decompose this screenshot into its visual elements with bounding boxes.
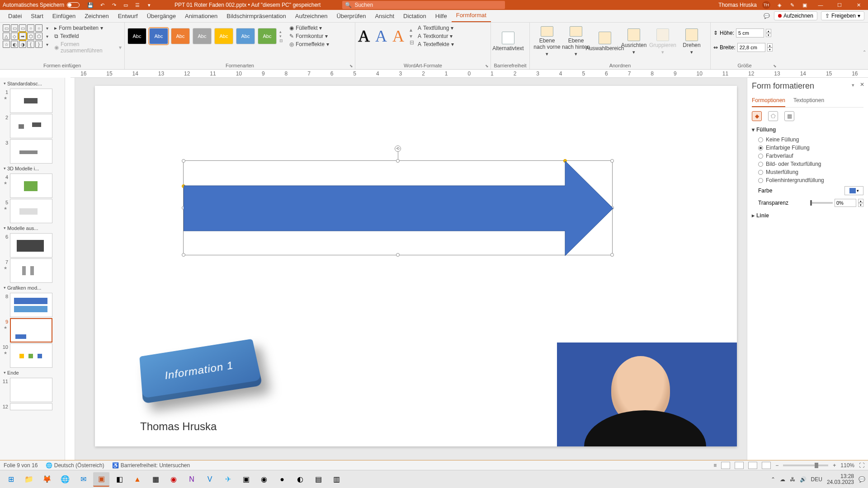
line-section-header[interactable]: ▸ Linie bbox=[752, 212, 863, 219]
reading-view-button[interactable] bbox=[748, 462, 757, 469]
fill-none-radio[interactable]: Keine Füllung bbox=[752, 136, 863, 144]
slide-thumb-9[interactable] bbox=[10, 318, 52, 343]
width-input[interactable] bbox=[737, 43, 765, 52]
textbox-button[interactable]: ⧉ Textfeld bbox=[54, 33, 122, 40]
document-title[interactable]: PPT 01 Roter Faden 002.pptx • Auf "diese… bbox=[175, 2, 321, 8]
telegram-icon[interactable]: ✈ bbox=[220, 472, 236, 487]
fill-color-button[interactable]: ▾ bbox=[844, 186, 863, 195]
record-button[interactable]: Aufzeichnen bbox=[774, 11, 817, 20]
size-launcher[interactable]: ⬊ bbox=[773, 64, 777, 68]
pane-options-icon[interactable]: ▾ bbox=[852, 82, 854, 88]
obs-icon[interactable]: ◉ bbox=[256, 472, 272, 487]
shape-styles-launcher[interactable]: ⬊ bbox=[349, 64, 353, 68]
shape-outline-button[interactable]: ✎ Formkontur ▾ bbox=[289, 33, 329, 40]
powerpoint-icon[interactable]: ▣ bbox=[93, 472, 109, 487]
style-black[interactable]: Abc bbox=[127, 28, 146, 44]
vlc-icon[interactable]: ▲ bbox=[129, 472, 146, 487]
tab-hilfe[interactable]: Hilfe bbox=[431, 10, 452, 22]
close-button[interactable]: ✕ bbox=[852, 1, 865, 9]
fill-picture-radio[interactable]: Bild- oder Texturfüllung bbox=[752, 160, 863, 168]
slide-thumb-2[interactable] bbox=[10, 114, 52, 138]
section-header[interactable]: Modelle aus... bbox=[2, 224, 65, 232]
width-spinner[interactable]: ▴▾ bbox=[767, 43, 773, 52]
outlook-icon[interactable]: ✉ bbox=[75, 472, 91, 487]
arrow-shape-selected[interactable]: ➡ bbox=[19, 33, 26, 40]
align-button[interactable]: Ausrichten ▾ bbox=[619, 24, 648, 57]
tab-aufzeichnen[interactable]: Aufzeichnen bbox=[291, 10, 332, 22]
selection-pane-button[interactable]: Auswahlbereich bbox=[590, 24, 619, 57]
wordart-gallery[interactable]: A A A ▴▾⊟ bbox=[358, 27, 414, 46]
autosave-toggle[interactable] bbox=[67, 2, 80, 8]
file-explorer-icon[interactable]: 📁 bbox=[21, 472, 37, 487]
zoom-out-button[interactable]: − bbox=[775, 462, 778, 469]
shape-selection-box[interactable]: ⟲ bbox=[183, 160, 613, 255]
comments-icon[interactable]: 💬 bbox=[763, 12, 770, 19]
alt-text-button[interactable]: Alternativtext bbox=[494, 24, 523, 57]
tab-einfuegen[interactable]: Einfügen bbox=[48, 10, 80, 22]
qat-more-icon[interactable]: ▾ bbox=[146, 1, 153, 9]
shape-options-tab[interactable]: Formoptionen bbox=[752, 95, 785, 107]
normal-view-button[interactable] bbox=[721, 462, 730, 469]
tab-ansicht[interactable]: Ansicht bbox=[370, 10, 399, 22]
section-header[interactable]: 3D Modelle i... bbox=[2, 164, 65, 173]
style-gray[interactable]: Abc bbox=[193, 28, 212, 44]
shape-fill-button[interactable]: ◉ Fülleffekt ▾ bbox=[289, 24, 329, 32]
start-button[interactable]: ⊞ bbox=[3, 472, 19, 487]
redo-icon[interactable]: ↷ bbox=[110, 1, 118, 9]
close-pane-button[interactable]: ✕ bbox=[860, 81, 864, 88]
minimize-button[interactable]: — bbox=[814, 1, 827, 9]
transparency-input[interactable] bbox=[835, 199, 856, 207]
tray-notifications-icon[interactable]: 💬 bbox=[859, 476, 865, 483]
language-status[interactable]: 🌐 Deutsch (Österreich) bbox=[46, 462, 104, 469]
wordart-style-3[interactable]: A bbox=[392, 27, 404, 46]
tab-bildschirmpraesentation[interactable]: Bildschirmpräsentation bbox=[222, 10, 291, 22]
tab-datei[interactable]: Datei bbox=[4, 10, 26, 22]
fill-slidebg-radio[interactable]: Folienhintergrundfüllung bbox=[752, 176, 863, 184]
slide-thumb-11[interactable] bbox=[10, 378, 52, 402]
tray-network-icon[interactable]: 🖧 bbox=[790, 476, 795, 483]
chrome-icon[interactable]: 🌐 bbox=[57, 472, 73, 487]
style-orange[interactable]: Abc bbox=[171, 28, 190, 44]
slide-counter[interactable]: Folie 9 von 16 bbox=[4, 462, 38, 469]
slide-thumb-6[interactable] bbox=[10, 233, 52, 258]
edit-shape-button[interactable]: ▸ Form bearbeiten ▾ bbox=[54, 24, 122, 32]
fit-to-window-button[interactable]: ⛶ bbox=[859, 462, 864, 469]
app-icon[interactable]: ▤ bbox=[310, 472, 326, 487]
sorter-view-button[interactable] bbox=[735, 462, 744, 469]
search-box[interactable]: 🔍 bbox=[342, 1, 505, 9]
tray-cloud-icon[interactable]: ☁ bbox=[780, 476, 785, 483]
fill-line-icon[interactable]: ◆ bbox=[752, 111, 762, 121]
slide-thumbnails-pane[interactable]: Standardabsc... 1★ 2 3 3D Modelle i... 4… bbox=[0, 78, 65, 460]
wordart-style-2[interactable]: A bbox=[375, 27, 387, 46]
text-fill-button[interactable]: A Textfüllung ▾ bbox=[418, 24, 454, 32]
text-options-tab[interactable]: Textoptionen bbox=[793, 95, 824, 107]
fill-gradient-radio[interactable]: Farbverlauf bbox=[752, 152, 863, 160]
send-backward-button[interactable]: Ebene nach hinten ▾ bbox=[561, 24, 590, 57]
share-button[interactable]: ⇪Freigeben▾ bbox=[821, 11, 864, 20]
wordart-launcher[interactable]: ⬊ bbox=[485, 64, 489, 68]
app-icon[interactable]: V bbox=[202, 472, 218, 487]
tab-formformat[interactable]: Formformat bbox=[452, 9, 491, 22]
accessibility-status[interactable]: ♿ Barrierefreiheit: Untersuchen bbox=[112, 462, 190, 469]
text-outline-button[interactable]: A Textkontur ▾ bbox=[418, 33, 454, 40]
style-blue[interactable]: Abc bbox=[149, 28, 168, 44]
window-icon[interactable]: ▣ bbox=[801, 1, 808, 9]
user-name[interactable]: Thomas Hruska bbox=[718, 2, 757, 8]
notes-button[interactable]: ≡ bbox=[713, 462, 717, 469]
slide-thumb-3[interactable] bbox=[10, 139, 52, 164]
fill-pattern-radio[interactable]: Musterfüllung bbox=[752, 168, 863, 176]
slide-thumb-10[interactable] bbox=[10, 343, 52, 368]
slideshow-view-button[interactable] bbox=[762, 462, 771, 469]
slide-thumb-1[interactable] bbox=[10, 89, 52, 113]
zoom-slider[interactable] bbox=[783, 465, 828, 466]
tray-chevron-icon[interactable]: ⌃ bbox=[771, 476, 775, 483]
bring-forward-button[interactable]: Ebene nach vorne ▾ bbox=[533, 24, 561, 57]
tray-clock[interactable]: 13:28 24.03.2023 bbox=[827, 474, 854, 485]
tab-uebergaenge[interactable]: Übergänge bbox=[142, 10, 180, 22]
style-yellow[interactable]: Abc bbox=[214, 28, 233, 44]
zoom-level[interactable]: 110% bbox=[840, 462, 854, 469]
size-properties-icon[interactable]: ▦ bbox=[784, 111, 794, 121]
app-icon[interactable]: ◉ bbox=[165, 472, 182, 487]
search-input[interactable] bbox=[354, 2, 502, 8]
shapes-gallery[interactable]: ▭▭▭○○▾ △◇➡⬡⬠▾ ☆◐◑{}▾ bbox=[3, 24, 51, 48]
